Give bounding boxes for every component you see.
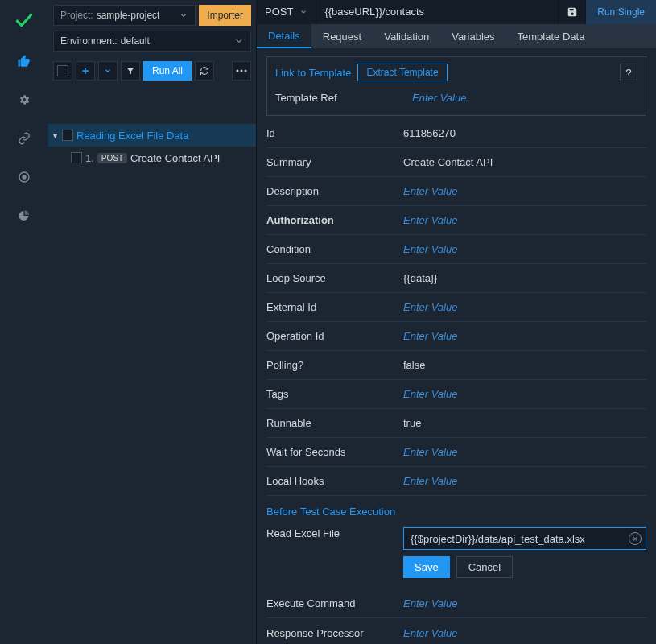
- details-tabs: Details Request Validation Variables Tem…: [257, 24, 656, 48]
- field-value[interactable]: Enter Value: [403, 214, 646, 226]
- request-url-input[interactable]: [316, 0, 559, 24]
- thumbs-up-icon[interactable]: [16, 53, 32, 69]
- tree-leaf-row[interactable]: 1. POST Create Contact API: [48, 147, 256, 169]
- run-single-button[interactable]: Run Single: [586, 0, 656, 24]
- tree-folder-row[interactable]: ▾ Reading Excel File Data: [48, 124, 256, 147]
- field-label: Local Hooks: [266, 475, 403, 487]
- field-value[interactable]: Enter Value: [403, 185, 646, 197]
- link-icon[interactable]: [16, 130, 32, 147]
- tab-variables[interactable]: Variables: [440, 24, 505, 48]
- chevron-down-icon: [299, 8, 307, 16]
- field-label: Read Excel File: [266, 527, 403, 539]
- field-row[interactable]: Id611856270: [266, 119, 646, 148]
- filter-button[interactable]: [121, 61, 140, 80]
- run-all-button[interactable]: Run All: [143, 61, 192, 80]
- field-value[interactable]: Enter Value: [403, 243, 646, 255]
- leaf-name: Create Contact API: [130, 152, 220, 164]
- tab-template-data[interactable]: Template Data: [506, 24, 596, 48]
- field-row[interactable]: ConditionEnter Value: [266, 235, 646, 264]
- chevron-down-icon: [179, 10, 188, 20]
- field-label: Wait for Seconds: [266, 446, 403, 458]
- field-label: External Id: [266, 301, 403, 313]
- field-label: Condition: [266, 243, 403, 255]
- field-row[interactable]: Runnabletrue: [266, 409, 646, 438]
- field-value[interactable]: Enter Value: [403, 597, 646, 609]
- field-value[interactable]: Enter Value: [403, 388, 646, 400]
- target-icon[interactable]: [16, 169, 32, 185]
- field-label: Loop Source: [266, 272, 403, 284]
- refresh-button[interactable]: [195, 61, 214, 80]
- leaf-checkbox[interactable]: [71, 152, 82, 163]
- folder-checkbox[interactable]: [62, 130, 73, 141]
- field-row[interactable]: SummaryCreate Contact API: [266, 148, 646, 177]
- svg-point-4: [245, 70, 247, 72]
- field-label: Response Processor: [266, 627, 403, 639]
- svg-point-1: [23, 175, 26, 179]
- tab-request[interactable]: Request: [311, 24, 373, 48]
- environment-selector[interactable]: Environment: default: [53, 31, 251, 52]
- add-dropdown[interactable]: [98, 61, 118, 80]
- cancel-button[interactable]: Cancel: [456, 556, 513, 578]
- field-label: Template Ref: [275, 92, 412, 104]
- more-options-button[interactable]: [232, 61, 251, 80]
- field-value[interactable]: false: [403, 359, 646, 371]
- importer-button[interactable]: Importer: [199, 5, 251, 26]
- select-all-checkbox[interactable]: [53, 61, 72, 80]
- field-value[interactable]: Enter Value: [403, 475, 646, 487]
- field-row[interactable]: Loop Source{{data}}: [266, 264, 646, 293]
- help-button[interactable]: ?: [620, 64, 637, 81]
- save-icon-button[interactable]: [559, 0, 586, 24]
- field-value[interactable]: Enter Value: [403, 330, 646, 342]
- project-selector[interactable]: Project: sample-project: [53, 5, 196, 26]
- response-processor-row[interactable]: Response Processor Enter Value: [266, 618, 646, 644]
- gear-icon[interactable]: [16, 92, 32, 108]
- field-value[interactable]: Enter Value: [412, 92, 637, 104]
- request-bar: POST Run Single: [257, 0, 656, 24]
- save-button[interactable]: Save: [403, 556, 450, 578]
- clear-input-icon[interactable]: ✕: [629, 532, 642, 545]
- field-row[interactable]: TagsEnter Value: [266, 380, 646, 409]
- http-method-select[interactable]: POST: [257, 0, 316, 24]
- tab-validation[interactable]: Validation: [373, 24, 440, 48]
- http-method-value: POST: [265, 6, 293, 18]
- field-value[interactable]: {{data}}: [403, 272, 646, 284]
- field-label: Tags: [266, 388, 403, 400]
- field-value[interactable]: Enter Value: [403, 301, 646, 313]
- field-label: Polling?: [266, 359, 403, 371]
- project-value: sample-project: [97, 10, 160, 21]
- sidebar-toolbar: + Run All: [48, 56, 256, 85]
- field-row[interactable]: AuthorizationEnter Value: [266, 206, 646, 235]
- field-row[interactable]: Polling?false: [266, 351, 646, 380]
- template-ref-row[interactable]: Template Ref Enter Value: [275, 86, 637, 115]
- pie-chart-icon[interactable]: [16, 208, 32, 224]
- field-value[interactable]: Create Contact API: [403, 156, 646, 168]
- details-body: Link to Template Extract Template ? Temp…: [257, 48, 656, 644]
- field-row[interactable]: Wait for SecondsEnter Value: [266, 438, 646, 467]
- test-tree: ▾ Reading Excel File Data 1. POST Create…: [48, 124, 256, 169]
- method-badge: POST: [97, 153, 127, 163]
- field-row[interactable]: Operation IdEnter Value: [266, 322, 646, 351]
- field-value[interactable]: true: [403, 417, 646, 429]
- app-logo-icon: [14, 10, 35, 31]
- execute-command-row[interactable]: Execute Command Enter Value: [266, 589, 646, 618]
- field-label: Execute Command: [266, 597, 403, 609]
- environment-label: Environment:: [60, 35, 118, 47]
- extract-template-button[interactable]: Extract Template: [357, 64, 447, 81]
- field-label: Operation Id: [266, 330, 403, 342]
- field-label: Authorization: [266, 214, 403, 226]
- field-row[interactable]: External IdEnter Value: [266, 293, 646, 322]
- field-row[interactable]: Local HooksEnter Value: [266, 467, 646, 496]
- field-label: Description: [266, 185, 403, 197]
- add-button[interactable]: +: [76, 61, 95, 80]
- field-value[interactable]: 611856270: [403, 127, 646, 139]
- tab-details[interactable]: Details: [257, 24, 311, 48]
- field-value[interactable]: Enter Value: [403, 446, 646, 458]
- left-rail: [0, 0, 48, 644]
- read-excel-input[interactable]: [403, 527, 646, 550]
- field-row[interactable]: DescriptionEnter Value: [266, 177, 646, 206]
- chevron-down-icon: [234, 36, 244, 46]
- field-value[interactable]: Enter Value: [403, 627, 646, 639]
- link-to-template-title: Link to Template: [275, 67, 351, 79]
- field-label: Summary: [266, 156, 403, 168]
- svg-point-2: [237, 70, 239, 72]
